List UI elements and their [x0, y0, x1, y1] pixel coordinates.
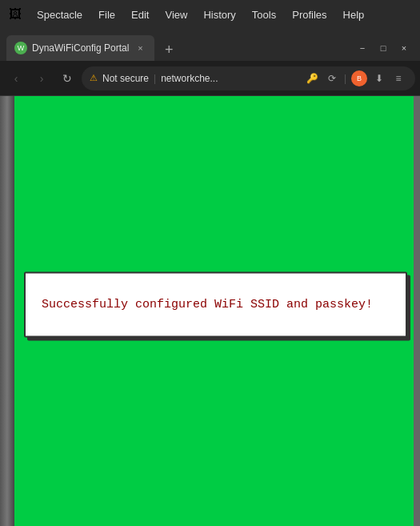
menu-history[interactable]: History — [197, 6, 242, 24]
right-strip — [414, 96, 420, 526]
left-strip — [0, 96, 14, 526]
system-menubar: 🖼 Spectacle File Edit View History Tools… — [0, 0, 420, 29]
download-icon[interactable]: ⬇ — [370, 70, 388, 87]
url-text: networkche... — [161, 73, 218, 84]
menu-help[interactable]: Help — [337, 6, 371, 24]
success-message-text: Successfully configured WiFi SSID and pa… — [42, 295, 390, 314]
address-bar-actions: 🔑 ⟳ | B ⬇ ≡ — [304, 70, 407, 87]
address-bar[interactable]: ⚠ Not secure | networkche... 🔑 ⟳ | B ⬇ ≡ — [82, 66, 415, 90]
close-button[interactable]: × — [394, 38, 414, 58]
browser-content: Successfully configured WiFi SSID and pa… — [0, 96, 420, 526]
back-button[interactable]: ‹ — [5, 67, 27, 90]
security-warning-icon: ⚠ — [90, 73, 98, 83]
brave-icon[interactable]: B — [351, 70, 367, 86]
share-icon[interactable]: ⟳ — [323, 70, 341, 87]
maximize-button[interactable]: □ — [374, 38, 393, 58]
minimize-button[interactable]: − — [353, 38, 372, 58]
window-controls: − □ × — [353, 38, 414, 61]
browser-window: W DynaWiFiConfig Portal × + − □ × ‹ › ↻ … — [0, 29, 420, 526]
success-message-box: Successfully configured WiFi SSID and pa… — [24, 271, 407, 338]
security-label: Not secure — [102, 73, 149, 84]
key-icon[interactable]: 🔑 — [304, 70, 322, 87]
tab-favicon: W — [14, 42, 27, 54]
menu-edit[interactable]: Edit — [125, 6, 155, 24]
browser-navbar: ‹ › ↻ ⚠ Not secure | networkche... 🔑 ⟳ |… — [0, 61, 420, 96]
reload-button[interactable]: ↻ — [56, 67, 78, 90]
tab-title: DynaWiFiConfig Portal — [32, 42, 129, 54]
menu-tools[interactable]: Tools — [246, 6, 282, 24]
menu-view[interactable]: View — [158, 6, 194, 24]
forward-button[interactable]: › — [30, 67, 53, 90]
app-icon: 🖼 — [6, 6, 24, 23]
tab-close-button[interactable]: × — [134, 42, 146, 54]
browser-tabbar: W DynaWiFiConfig Portal × + − □ × — [0, 29, 420, 61]
browser-tab-active[interactable]: W DynaWiFiConfig Portal × — [6, 35, 154, 61]
new-tab-button[interactable]: + — [158, 38, 180, 61]
menu-file[interactable]: File — [92, 6, 122, 24]
divider: | — [342, 73, 348, 84]
menu-spectacle[interactable]: Spectacle — [30, 6, 89, 24]
browser-menu-icon[interactable]: ≡ — [390, 70, 407, 87]
url-separator: | — [154, 73, 156, 84]
menu-profiles[interactable]: Profiles — [286, 6, 333, 24]
